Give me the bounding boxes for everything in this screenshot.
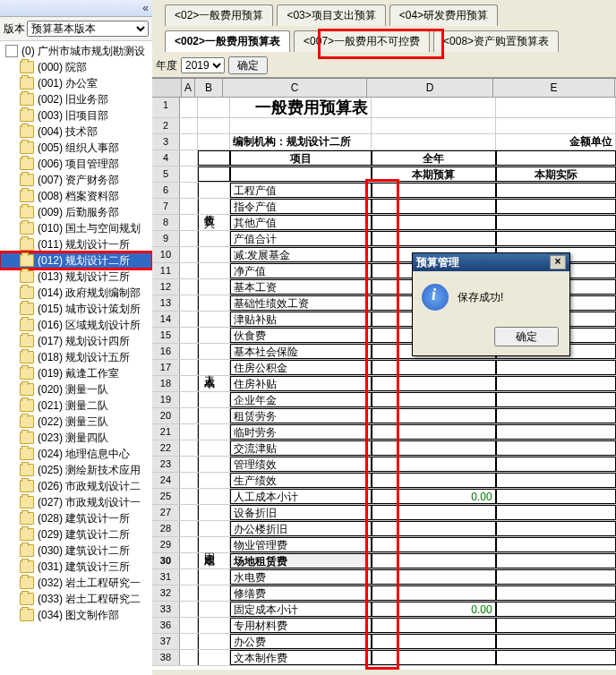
cell[interactable]: [372, 473, 496, 488]
cell[interactable]: [496, 602, 616, 617]
table-row[interactable]: 2: [152, 118, 616, 134]
cell[interactable]: [496, 553, 616, 568]
cell[interactable]: [496, 150, 616, 166]
row-header[interactable]: 21: [152, 424, 180, 440]
row-header[interactable]: 29: [152, 537, 180, 552]
cell[interactable]: [198, 585, 230, 601]
table-row[interactable]: 22交流津贴: [152, 440, 616, 457]
row-header[interactable]: 16: [152, 344, 180, 359]
cell[interactable]: [496, 376, 616, 391]
cell[interactable]: [180, 392, 198, 407]
cell[interactable]: [496, 521, 616, 536]
col-D[interactable]: D: [367, 79, 493, 97]
row-header[interactable]: 37: [152, 634, 180, 649]
cell[interactable]: [180, 231, 198, 246]
tree-item[interactable]: (010) 国土与空间规划: [0, 220, 152, 236]
tree-item[interactable]: (030) 建筑设计二所: [0, 543, 152, 559]
cell[interactable]: [372, 457, 496, 472]
cell[interactable]: [180, 279, 198, 295]
cell[interactable]: [198, 183, 230, 198]
row-header[interactable]: 1: [152, 98, 180, 117]
cell[interactable]: [180, 521, 198, 536]
cell[interactable]: [372, 392, 496, 407]
tree-item[interactable]: (008) 档案资料部: [0, 188, 152, 204]
cell[interactable]: 一般费用预算表: [230, 98, 372, 117]
cell[interactable]: [198, 231, 230, 246]
cell[interactable]: 人工成本小计: [230, 489, 372, 504]
row-header[interactable]: 12: [152, 279, 180, 295]
row-header[interactable]: 5: [152, 167, 180, 182]
row-header[interactable]: 4: [152, 150, 180, 166]
table-row[interactable]: 37办公费: [152, 634, 616, 650]
cell[interactable]: [198, 279, 230, 295]
cell[interactable]: [496, 231, 616, 246]
dialog-titlebar[interactable]: 预算管理 ×: [413, 253, 569, 271]
row-header[interactable]: 32: [152, 585, 180, 601]
row-header[interactable]: 28: [152, 521, 180, 536]
table-row[interactable]: 3编制机构：规划设计二所金额单位: [152, 134, 616, 150]
cell[interactable]: 产值收入: [198, 199, 230, 214]
tab[interactable]: <007>一般费用不可控费: [294, 30, 430, 52]
cell[interactable]: [180, 553, 198, 568]
cell[interactable]: 生产绩效: [230, 473, 372, 488]
cell[interactable]: [180, 602, 198, 617]
row-header[interactable]: 8: [152, 215, 180, 230]
cell[interactable]: [180, 473, 198, 488]
tree-item[interactable]: (029) 建筑设计二所: [0, 526, 152, 543]
cell[interactable]: [198, 489, 230, 504]
cell[interactable]: [496, 537, 616, 552]
cell[interactable]: [372, 199, 496, 214]
tree-item[interactable]: (031) 建筑设计三所: [0, 559, 152, 575]
corner-cell[interactable]: [152, 79, 182, 97]
tab[interactable]: <008>资产购置预算表: [433, 30, 559, 52]
table-row[interactable]: 4项目全年: [152, 150, 616, 167]
cell[interactable]: [496, 489, 616, 504]
tree-item[interactable]: (019) 戴逢工作室: [0, 365, 152, 381]
cell[interactable]: [372, 553, 496, 568]
cell[interactable]: 津贴补贴: [230, 312, 372, 327]
row-header[interactable]: 2: [152, 118, 180, 133]
cell[interactable]: [180, 215, 198, 230]
cell[interactable]: [496, 424, 616, 440]
cell[interactable]: [372, 360, 496, 375]
tree-item[interactable]: (011) 规划设计一所: [0, 236, 152, 252]
cell[interactable]: [180, 183, 198, 198]
cell[interactable]: [496, 569, 616, 585]
cell[interactable]: [180, 489, 198, 504]
cell[interactable]: [198, 328, 230, 343]
cell[interactable]: 办公费: [230, 634, 372, 649]
cell[interactable]: [496, 408, 616, 423]
tree-item[interactable]: (007) 资产财务部: [0, 172, 152, 188]
table-row[interactable]: 1一般费用预算表: [152, 98, 616, 118]
cell[interactable]: [180, 167, 198, 182]
table-row[interactable]: 18住房补贴: [152, 376, 616, 392]
table-row[interactable]: 25人工成本小计0.00: [152, 489, 616, 505]
cell[interactable]: [180, 263, 198, 278]
tree-item[interactable]: (032) 岩土工程研究一: [0, 575, 152, 591]
tree-item[interactable]: (025) 测绘新技术应用: [0, 462, 152, 478]
cell[interactable]: 指令产值: [230, 199, 372, 214]
cell[interactable]: [180, 344, 198, 359]
cell[interactable]: 0.00: [372, 489, 496, 504]
row-header[interactable]: 27: [152, 505, 180, 520]
tree-item[interactable]: (000) 院部: [0, 59, 152, 75]
cell[interactable]: [180, 98, 198, 117]
tree-item[interactable]: (024) 地理信息中心: [0, 446, 152, 462]
cell[interactable]: 伙食费: [230, 328, 372, 343]
table-row[interactable]: 38文本制作费: [152, 650, 616, 666]
tree-item[interactable]: (002) 旧业务部: [0, 91, 152, 107]
cell[interactable]: 专用材料费: [230, 618, 372, 633]
cell[interactable]: [372, 440, 496, 456]
cell[interactable]: [198, 424, 230, 440]
cell[interactable]: 住房补贴: [230, 376, 372, 391]
cell[interactable]: 本期实际: [496, 167, 616, 182]
table-row[interactable]: 20租赁劳务: [152, 408, 616, 424]
cell[interactable]: 企业年金: [230, 392, 372, 407]
cell[interactable]: [372, 585, 496, 601]
cell[interactable]: 文本制作费: [230, 650, 372, 665]
cell[interactable]: [496, 457, 616, 472]
col-C[interactable]: C: [223, 79, 367, 97]
cell[interactable]: 金额单位: [496, 134, 616, 150]
cell[interactable]: [496, 585, 616, 601]
row-header[interactable]: 17: [152, 360, 180, 375]
